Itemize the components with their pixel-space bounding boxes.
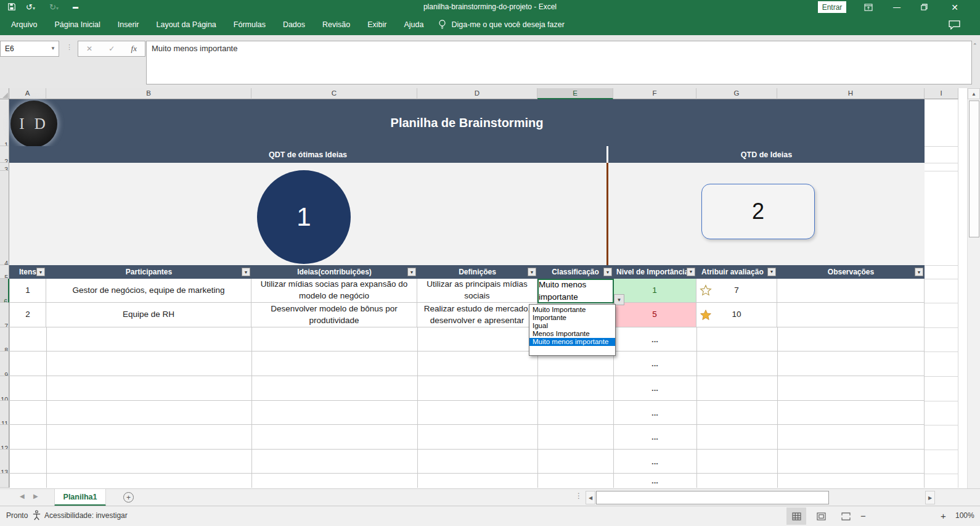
row-header-7[interactable]: 7 — [0, 303, 9, 327]
cell-c6[interactable]: Utilizar mídias socias para expansão do … — [251, 279, 417, 303]
new-sheet-button[interactable]: + — [123, 492, 134, 503]
filter-icon[interactable]: ▼ — [603, 268, 612, 276]
tab-ajuda[interactable]: Ajuda — [395, 14, 432, 35]
col-header-e[interactable]: E — [537, 88, 613, 99]
row-header-10[interactable]: 10 — [0, 376, 9, 401]
row-header-4[interactable]: 4 — [0, 171, 9, 265]
minimize-button[interactable]: — — [886, 0, 907, 14]
cell-b7[interactable]: Equipe de RH — [46, 303, 251, 327]
row-header-13[interactable]: 13 — [0, 450, 9, 474]
th-observacoes: Observações▼ — [777, 265, 925, 279]
cell-b6[interactable]: Gestor de negócios, equipe de marketing — [46, 279, 251, 303]
col-header-i[interactable]: I — [925, 88, 958, 99]
scroll-left-icon[interactable]: ◀ — [586, 491, 595, 504]
dropdown-option[interactable]: Importante — [529, 314, 615, 322]
selected-cell-e6[interactable]: Muito menos importante — [537, 279, 614, 303]
filter-icon[interactable]: ▼ — [767, 268, 776, 276]
ribbon-display-options-icon[interactable] — [858, 0, 879, 14]
cell-g6[interactable]: 7 — [696, 279, 777, 303]
prev-sheet-icon[interactable]: ◀ — [20, 493, 25, 499]
filter-icon[interactable]: ▼ — [36, 268, 45, 276]
cell-a7[interactable]: 2 — [9, 303, 46, 327]
sheet-tab-planilha1[interactable]: Planilha1 — [54, 489, 106, 506]
cell-d6[interactable]: Utilizar as principais mídias sociais — [417, 279, 537, 303]
cell-f7[interactable]: 5 — [613, 303, 696, 327]
zoom-level[interactable]: 100% — [955, 511, 974, 520]
th-itens: Itens▼ — [9, 265, 46, 279]
formula-bar-collapse-icon[interactable]: ⌃ — [973, 43, 978, 49]
scroll-up-icon[interactable]: ▲ — [968, 88, 980, 99]
vertical-scroll-thumb[interactable] — [969, 101, 979, 237]
col-header-b[interactable]: B — [46, 88, 251, 99]
dropdown-option-selected[interactable]: Muito menos importante — [529, 338, 615, 346]
tab-pagina-inicial[interactable]: Página Inicial — [46, 14, 108, 35]
dropdown-option[interactable]: Igual — [529, 322, 615, 330]
row-header-8[interactable]: 8 — [0, 327, 9, 351]
cell-g7[interactable]: 10 — [696, 303, 777, 327]
cell-a6[interactable]: 1 — [9, 279, 46, 303]
cell-h7[interactable] — [777, 303, 925, 327]
tell-me-search[interactable]: Diga-me o que você deseja fazer — [432, 19, 564, 30]
tab-formulas[interactable]: Fórmulas — [225, 14, 274, 35]
cancel-icon[interactable]: ✕ — [86, 44, 92, 53]
dropdown-option[interactable]: Menos Importante — [529, 330, 615, 338]
vertical-scrollbar[interactable]: ▲ ▼ — [967, 88, 980, 488]
next-sheet-icon[interactable]: ▶ — [33, 493, 38, 499]
col-header-c[interactable]: C — [251, 88, 417, 99]
col-header-f[interactable]: F — [613, 88, 696, 99]
dropdown-option[interactable]: Muito Importante — [529, 306, 615, 314]
filter-icon[interactable]: ▼ — [242, 268, 250, 276]
zoom-in-icon[interactable]: + — [941, 511, 946, 521]
enter-icon[interactable]: ✓ — [108, 44, 115, 53]
col-header-a[interactable]: A — [9, 88, 46, 99]
scroll-right-icon[interactable]: ▶ — [925, 491, 935, 504]
tab-inserir[interactable]: Inserir — [109, 14, 148, 35]
comments-icon[interactable] — [945, 18, 963, 31]
filter-icon[interactable]: ▼ — [407, 268, 416, 276]
close-button[interactable]: ✕ — [944, 0, 965, 14]
col-header-g[interactable]: G — [696, 88, 777, 99]
name-box[interactable]: E6 ▼ — [0, 41, 59, 57]
row-header-14[interactable] — [0, 474, 9, 488]
star-outline-icon[interactable] — [700, 284, 712, 297]
scrollbar-split-handle[interactable]: ⋮ — [575, 491, 582, 500]
cell-c7[interactable]: Desenvolver modelo de bônus por produtiv… — [251, 303, 417, 327]
filter-icon[interactable]: ▼ — [528, 268, 536, 276]
star-filled-icon[interactable] — [700, 309, 712, 321]
select-all-corner[interactable] — [0, 88, 9, 99]
row-header-12[interactable]: 12 — [0, 425, 9, 450]
col-header-h[interactable]: H — [777, 88, 925, 99]
filter-icon[interactable]: ▼ — [915, 268, 923, 276]
cell-h6[interactable] — [777, 279, 925, 303]
row-header-6[interactable]: 6 — [0, 279, 9, 303]
qtd-value-box: 2 — [701, 184, 815, 239]
name-box-dropdown-icon[interactable]: ▼ — [51, 41, 55, 56]
tab-exibir[interactable]: Exibir — [359, 14, 395, 35]
tab-layout-da-pagina[interactable]: Layout da Página — [147, 14, 224, 35]
sign-in-button[interactable]: Entrar — [818, 1, 846, 13]
filter-icon[interactable]: ▼ — [687, 268, 695, 276]
insert-function-icon[interactable]: fx — [131, 44, 137, 54]
accessibility-icon[interactable] — [32, 510, 41, 522]
row-header-3[interactable]: 3 — [0, 163, 9, 171]
row-header-11[interactable]: 11 — [0, 401, 9, 425]
col-header-d[interactable]: D — [417, 88, 537, 99]
cell-d7[interactable]: Realizar estudo de mercado, desenvolver … — [417, 303, 537, 327]
cell-f6[interactable]: 1 — [613, 279, 696, 303]
row-header-1[interactable]: 1 — [0, 99, 9, 146]
normal-view-icon[interactable] — [786, 508, 806, 525]
row-header-2[interactable]: 2 — [0, 146, 9, 163]
tab-arquivo[interactable]: Arquivo — [2, 14, 46, 35]
page-break-view-icon[interactable] — [836, 508, 855, 525]
empty-table-rows[interactable]: ... ... ... ... ... ... ... — [9, 327, 925, 488]
tab-revisao[interactable]: Revisão — [314, 14, 359, 35]
row-header-5[interactable]: 5 — [0, 265, 9, 279]
horizontal-scroll-thumb[interactable] — [596, 491, 829, 504]
page-layout-view-icon[interactable] — [811, 508, 831, 525]
row-header-9[interactable]: 9 — [0, 351, 9, 376]
restore-button[interactable] — [913, 0, 934, 14]
tab-dados[interactable]: Dados — [274, 14, 314, 35]
zoom-out-icon[interactable]: − — [860, 511, 866, 521]
accessibility-status[interactable]: Acessibilidade: investigar — [44, 511, 128, 520]
formula-bar-input[interactable]: Muito menos importante — [146, 41, 972, 84]
